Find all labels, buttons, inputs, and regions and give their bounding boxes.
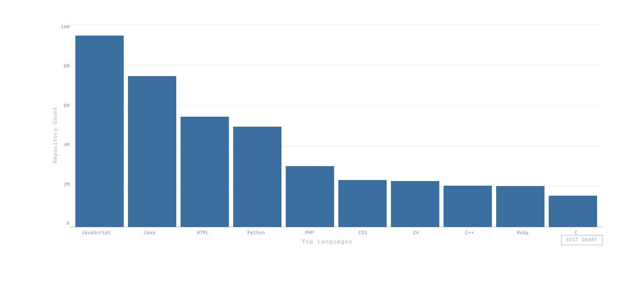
bar-group (496, 25, 544, 227)
bar (286, 166, 334, 227)
bar (128, 76, 176, 227)
bar (338, 180, 387, 227)
bar (233, 127, 281, 227)
x-label: HTML (176, 230, 230, 236)
x-label: C++ (443, 230, 496, 236)
bar (496, 186, 544, 227)
bars-row (70, 25, 603, 227)
bar (549, 196, 597, 227)
x-label: C (549, 230, 603, 236)
bar (75, 36, 124, 227)
bar-group (549, 25, 597, 227)
x-label: Ruby (496, 230, 549, 236)
bar-group (286, 25, 334, 227)
chart-container: Repository Count 10M8M6M4M2M0 JavaScript… (20, 10, 624, 281)
bar-group (391, 25, 439, 227)
bar (444, 186, 492, 227)
bar-group (233, 25, 281, 227)
x-axis-line (70, 227, 603, 227)
y-tick: 8M (64, 64, 70, 69)
y-tick: 2M (64, 182, 70, 187)
x-label: Java (123, 230, 176, 236)
bar (181, 117, 229, 227)
bar-group (75, 25, 124, 227)
y-tick: 10M (61, 25, 70, 30)
y-tick: 4M (64, 142, 70, 148)
x-label: JavaScript (70, 230, 123, 236)
y-tick: 0 (67, 221, 70, 226)
x-labels: JavaScriptJavaHTMLPythonPHPCSSC#C++RubyC (52, 227, 603, 236)
bar-group (128, 25, 176, 227)
x-label: C# (390, 230, 443, 236)
x-axis-title: Top Languages (302, 239, 353, 245)
bar-group (181, 25, 229, 227)
chart-area: Repository Count 10M8M6M4M2M0 JavaScript… (52, 25, 603, 245)
x-label: PHP (283, 230, 336, 236)
bars-and-grid (70, 25, 603, 227)
bar-group (444, 25, 492, 227)
x-label: CSS (336, 230, 390, 236)
y-ticks: 10M8M6M4M2M0 (52, 25, 70, 227)
plot-area: 10M8M6M4M2M0 (52, 25, 603, 227)
bar-group (338, 25, 387, 227)
edit-chart-button[interactable]: EDIT CHART (561, 235, 603, 245)
x-label: Python (230, 230, 283, 236)
bottom-section: Top Languages EDIT CHART (52, 239, 603, 245)
y-tick: 6M (64, 103, 70, 109)
bar (391, 181, 439, 227)
